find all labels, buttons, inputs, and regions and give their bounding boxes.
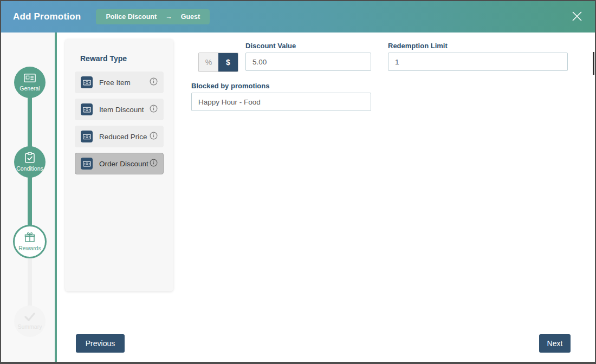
percent-toggle-button[interactable]: % xyxy=(199,53,218,72)
step-conditions[interactable]: Conditions xyxy=(14,146,46,178)
modal-header: Add Promotion Police Discount → Guest xyxy=(1,1,595,32)
discount-value-label: Discount Value xyxy=(245,42,296,50)
step-label: Summary xyxy=(18,323,42,330)
reward-item-label: Free Item xyxy=(99,79,150,87)
step-rewards[interactable]: Rewards xyxy=(13,225,47,258)
discount-value-input[interactable] xyxy=(245,53,371,71)
promotion-name: Police Discount xyxy=(106,13,157,21)
promotion-target: Guest xyxy=(181,13,200,21)
close-icon xyxy=(570,9,584,25)
reward-item-order-discount[interactable]: Order Discount xyxy=(75,153,164,174)
banknote-icon xyxy=(81,103,93,115)
step-label: Rewards xyxy=(18,245,41,251)
clipboard-check-icon xyxy=(25,152,35,164)
step-label: General xyxy=(20,85,40,92)
previous-button[interactable]: Previous xyxy=(76,334,125,353)
promotion-badge: Police Discount → Guest xyxy=(96,9,210,24)
gift-icon xyxy=(24,232,35,244)
banknote-icon xyxy=(81,76,93,88)
reward-item-label: Reduced Price xyxy=(99,133,150,141)
reward-item-item-discount[interactable]: Item Discount xyxy=(75,99,164,120)
info-icon[interactable] xyxy=(150,77,158,88)
banknote-icon xyxy=(81,158,93,170)
vertical-scrollbar[interactable] xyxy=(593,52,594,75)
next-button[interactable]: Next xyxy=(539,334,571,353)
reward-item-label: Item Discount xyxy=(99,106,150,114)
info-icon[interactable] xyxy=(150,105,158,115)
add-promotion-modal: Add Promotion Police Discount → Guest Ge… xyxy=(0,0,596,364)
check-icon xyxy=(24,313,35,322)
redemption-limit-input[interactable] xyxy=(388,53,568,71)
dollar-toggle-button[interactable]: $ xyxy=(218,53,238,72)
reward-type-title: Reward Type xyxy=(80,54,164,63)
reward-item-label: Order Discount xyxy=(99,160,150,168)
rewards-step-panel: Reward Type Free Item Item Discount xyxy=(57,32,595,363)
arrow-right-icon: → xyxy=(165,13,172,21)
reward-item-free-item[interactable]: Free Item xyxy=(75,72,164,93)
close-button[interactable] xyxy=(569,9,585,25)
step-general[interactable]: General xyxy=(14,67,46,98)
blocked-by-promotions-label: Blocked by promotions xyxy=(191,82,269,90)
id-card-icon xyxy=(24,73,36,84)
info-icon[interactable] xyxy=(150,159,158,169)
reward-item-reduced-price[interactable]: Reduced Price xyxy=(75,126,164,147)
step-summary[interactable]: Summary xyxy=(14,306,46,337)
redemption-limit-label: Redemption Limit xyxy=(388,42,448,50)
reward-type-panel: Reward Type Free Item Item Discount xyxy=(65,39,173,291)
info-icon[interactable] xyxy=(150,132,158,142)
blocked-by-promotions-input[interactable] xyxy=(191,93,371,111)
wizard-stepper: General Conditions Rewards Summary xyxy=(1,32,57,363)
page-title: Add Promotion xyxy=(13,11,81,22)
discount-unit-toggle: % $ xyxy=(198,53,238,72)
step-label: Conditions xyxy=(16,165,43,172)
banknote-icon xyxy=(81,131,93,142)
